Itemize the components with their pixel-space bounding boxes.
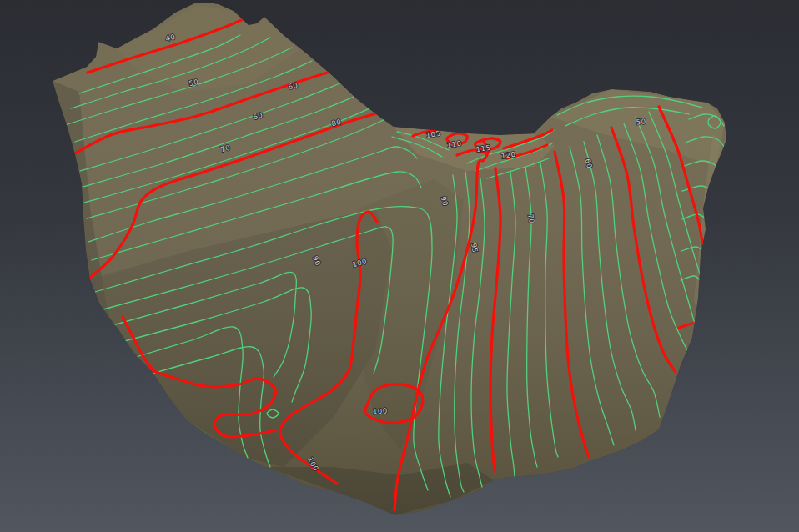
terrain-scene: 4050607060809010010010090957060501051101… (0, 0, 799, 532)
terrain-group: 4050607060809010010010090957060501051101… (0, 0, 799, 532)
elevation-label: 95 (470, 243, 480, 253)
elevation-label: 70 (526, 213, 536, 224)
elevation-label: 50 (636, 117, 646, 126)
elevation-label: 100 (373, 406, 388, 415)
viewport-3d[interactable]: 4050607060809010010010090957060501051101… (0, 0, 799, 532)
